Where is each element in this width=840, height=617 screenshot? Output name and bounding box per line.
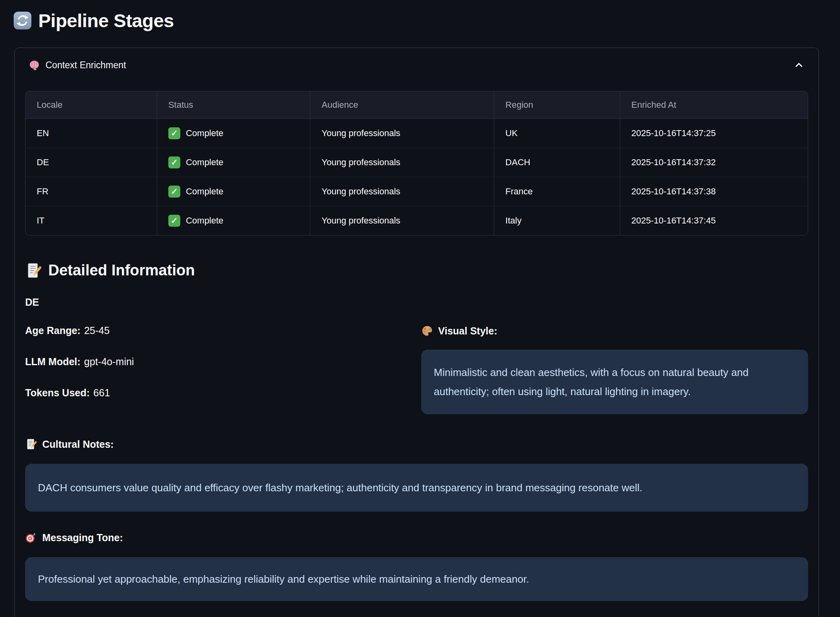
cell-enriched-at: 2025-10-16T14:37:45	[620, 206, 808, 235]
target-icon	[25, 532, 37, 544]
table-row: EN Complete Young professionals UK 2025-…	[26, 119, 808, 148]
col-header-status: Status	[157, 91, 310, 119]
cell-locale: EN	[26, 119, 157, 148]
cell-region: DACH	[494, 148, 620, 177]
messaging-tone-heading: Messaging Tone:	[25, 532, 808, 544]
page-title-row: Pipeline Stages	[13, 10, 840, 32]
palette-icon	[421, 325, 433, 337]
check-icon	[168, 156, 180, 168]
cultural-notes-heading: Cultural Notes:	[25, 438, 808, 450]
brain-icon	[28, 59, 40, 71]
table-row: IT Complete Young professionals Italy 20…	[26, 206, 808, 235]
check-icon	[168, 127, 180, 139]
cell-status: Complete	[157, 177, 310, 206]
col-header-locale: Locale	[26, 91, 157, 119]
detailed-information-heading: Detailed Information	[25, 262, 808, 279]
col-header-enriched-at: Enriched At	[620, 91, 808, 119]
cell-audience: Young professionals	[310, 148, 494, 177]
col-header-audience: Audience	[310, 91, 494, 119]
cell-locale: DE	[26, 148, 157, 177]
cell-status: Complete	[157, 119, 310, 148]
chevron-up-icon[interactable]	[793, 59, 805, 71]
check-icon	[168, 186, 180, 198]
detail-left-column: Age Range:25-45 LLM Model:gpt-4o-mini To…	[25, 325, 412, 418]
col-header-region: Region	[494, 91, 620, 119]
table-row: DE Complete Young professionals DACH 202…	[26, 148, 808, 177]
table-header-row: Locale Status Audience Region Enriched A…	[26, 91, 808, 119]
tokens-used-row: Tokens Used:661	[25, 387, 412, 399]
cell-status: Complete	[157, 148, 310, 177]
cell-status: Complete	[157, 206, 310, 235]
expander-label: Context Enrichment	[45, 60, 126, 71]
messaging-tone-box: Professional yet approachable, emphasizi…	[25, 557, 808, 601]
cell-enriched-at: 2025-10-16T14:37:38	[620, 177, 808, 206]
refresh-icon	[13, 11, 32, 30]
cell-enriched-at: 2025-10-16T14:37:32	[620, 148, 808, 177]
page-title: Pipeline Stages	[38, 10, 174, 32]
context-enrichment-expander: Context Enrichment Locale Status Audienc…	[14, 47, 819, 617]
cell-audience: Young professionals	[310, 206, 494, 235]
age-range-row: Age Range:25-45	[25, 325, 412, 336]
detail-locale-code: DE	[25, 297, 808, 308]
cell-audience: Young professionals	[310, 119, 494, 148]
table-row: FR Complete Young professionals France 2…	[26, 177, 808, 206]
expander-header[interactable]: Context Enrichment	[25, 48, 808, 81]
cell-locale: IT	[26, 206, 157, 235]
cell-audience: Young professionals	[310, 177, 494, 206]
cell-region: Italy	[494, 206, 620, 235]
enrichment-table: Locale Status Audience Region Enriched A…	[25, 91, 808, 235]
cell-locale: FR	[26, 177, 157, 206]
detail-right-column: Visual Style: Minimalistic and clean aes…	[421, 325, 808, 414]
cell-enriched-at: 2025-10-16T14:37:25	[620, 119, 808, 148]
memo-icon	[25, 438, 37, 450]
memo-icon	[25, 262, 42, 279]
visual-style-heading: Visual Style:	[421, 325, 808, 337]
llm-model-row: LLM Model:gpt-4o-mini	[25, 356, 412, 368]
cell-region: France	[494, 177, 620, 206]
cultural-notes-box: DACH consumers value quality and efficac…	[25, 464, 808, 512]
visual-style-box: Minimalistic and clean aesthetics, with …	[421, 350, 808, 414]
cell-region: UK	[494, 119, 620, 148]
check-icon	[168, 215, 180, 227]
